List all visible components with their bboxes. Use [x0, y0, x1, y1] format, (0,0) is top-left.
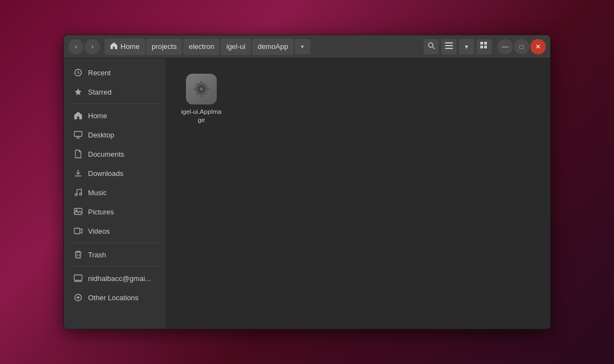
svg-line-1: [433, 47, 435, 49]
sidebar-videos-label: Videos: [88, 227, 110, 235]
breadcrumb-demoapp[interactable]: demoApp: [252, 38, 294, 55]
svg-point-17: [80, 193, 82, 195]
list-view-button[interactable]: [441, 39, 457, 54]
breadcrumb-igel-ui[interactable]: igel-ui: [221, 38, 251, 55]
sidebar-other-locations-label: Other Locations: [88, 294, 139, 302]
forward-button[interactable]: ›: [85, 39, 100, 54]
sidebar-item-pictures[interactable]: Pictures: [67, 202, 162, 221]
svg-rect-5: [480, 42, 483, 45]
search-icon: [427, 42, 435, 51]
back-button[interactable]: ‹: [68, 39, 84, 54]
breadcrumb-home-label: Home: [120, 42, 140, 51]
main-content: Recent Starred Home: [64, 58, 550, 329]
download-icon: [74, 169, 83, 178]
file-item-igel-ui-appimage[interactable]: igel-ui.AppImage: [177, 69, 226, 129]
sidebar-pictures-label: Pictures: [88, 208, 114, 216]
maximize-button[interactable]: □: [514, 39, 529, 54]
document-icon: [74, 150, 83, 158]
pictures-icon: [74, 207, 83, 216]
sidebar: Recent Starred Home: [64, 58, 166, 329]
plus-icon: [74, 293, 83, 302]
chevron-down-icon: ▾: [465, 43, 468, 51]
minimize-button[interactable]: —: [497, 39, 513, 54]
sidebar-separator-3: [70, 266, 159, 267]
sidebar-item-music[interactable]: Music: [67, 183, 162, 202]
svg-point-0: [429, 43, 433, 47]
svg-rect-6: [484, 42, 487, 45]
sidebar-home-label: Home: [88, 112, 107, 120]
clock-icon: [74, 68, 83, 77]
sidebar-account-label: nidhalbacc@gmai...: [88, 274, 151, 283]
svg-marker-10: [75, 89, 81, 95]
breadcrumb-projects[interactable]: projects: [146, 38, 183, 55]
trash-icon: [74, 250, 83, 259]
desktop-icon: [74, 130, 83, 139]
svg-rect-2: [445, 42, 453, 43]
search-button[interactable]: [424, 39, 439, 54]
sidebar-recent-label: Recent: [88, 69, 111, 77]
file-icon-igel-ui: [186, 74, 217, 104]
svg-point-16: [75, 194, 78, 196]
titlebar-actions: ▾: [424, 39, 492, 54]
breadcrumb-dropdown-button[interactable]: ▾: [295, 39, 310, 54]
file-area: igel-ui.AppImage: [166, 58, 550, 329]
sidebar-item-desktop[interactable]: Desktop: [67, 125, 162, 144]
sidebar-item-videos[interactable]: Videos: [67, 222, 162, 240]
file-icon-inner: [186, 74, 217, 104]
svg-rect-4: [445, 48, 453, 49]
sidebar-separator-1: [70, 103, 159, 104]
svg-rect-20: [74, 228, 80, 234]
sidebar-item-starred[interactable]: Starred: [67, 82, 162, 101]
sidebar-item-documents[interactable]: Documents: [67, 145, 162, 163]
svg-point-30: [200, 87, 203, 91]
account-icon: [74, 274, 83, 283]
titlebar: ‹ › Home projects electron igel-ui demoA…: [64, 35, 550, 58]
sidebar-separator-2: [70, 242, 159, 243]
gear-app-icon: [193, 80, 210, 98]
list-dropdown-button[interactable]: ▾: [459, 39, 474, 54]
svg-rect-8: [484, 46, 487, 48]
window-controls: — □ ✕: [497, 39, 546, 54]
sidebar-starred-label: Starred: [88, 88, 112, 96]
video-icon: [74, 227, 83, 235]
home-sidebar-icon: [74, 111, 83, 120]
svg-rect-3: [445, 45, 453, 46]
list-view-icon: [445, 42, 453, 51]
close-button[interactable]: ✕: [530, 39, 546, 54]
grid-view-button[interactable]: [476, 39, 492, 54]
svg-rect-11: [74, 131, 82, 136]
sidebar-desktop-label: Desktop: [88, 131, 114, 139]
svg-rect-23: [74, 275, 82, 280]
svg-rect-18: [74, 208, 82, 214]
sidebar-downloads-label: Downloads: [88, 169, 123, 178]
sidebar-item-other-locations[interactable]: Other Locations: [67, 288, 162, 307]
music-icon: [74, 188, 83, 197]
breadcrumb-area: Home projects electron igel-ui demoApp ▾: [105, 38, 423, 55]
breadcrumb-electron[interactable]: electron: [183, 38, 220, 55]
sidebar-documents-label: Documents: [88, 150, 124, 158]
svg-rect-7: [480, 46, 483, 48]
breadcrumb-home[interactable]: Home: [105, 38, 145, 55]
file-manager-window: ‹ › Home projects electron igel-ui demoA…: [63, 35, 551, 329]
sidebar-item-account[interactable]: nidhalbacc@gmai...: [67, 269, 162, 288]
grid-view-icon: [480, 42, 488, 51]
sidebar-item-home[interactable]: Home: [67, 106, 162, 125]
sidebar-item-downloads[interactable]: Downloads: [67, 164, 162, 183]
home-icon: [110, 42, 118, 51]
file-label-igel-ui: igel-ui.AppImage: [181, 108, 222, 124]
sidebar-trash-label: Trash: [88, 251, 106, 259]
star-icon: [74, 87, 83, 96]
sidebar-item-trash[interactable]: Trash: [67, 245, 162, 264]
sidebar-item-recent[interactable]: Recent: [67, 63, 162, 82]
sidebar-music-label: Music: [88, 189, 107, 197]
